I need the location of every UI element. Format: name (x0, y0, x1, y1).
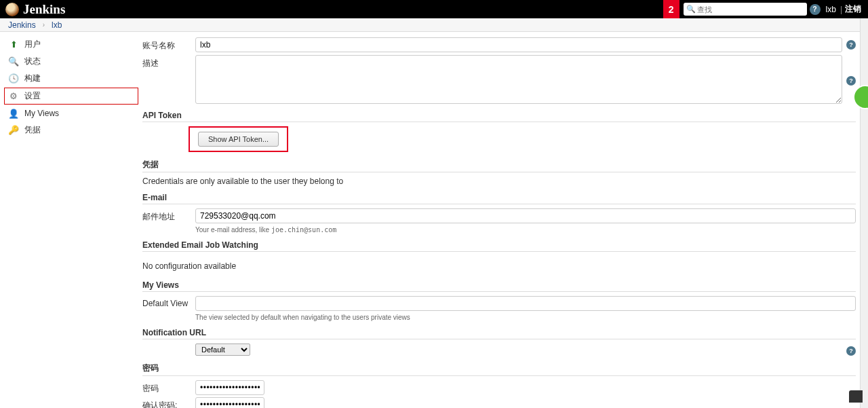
current-user-link[interactable]: lxb (826, 5, 836, 14)
account-name-input[interactable] (195, 37, 842, 52)
breadcrumb-user[interactable]: lxb (52, 20, 62, 30)
breadcrumb: Jenkins › lxb (0, 18, 868, 32)
credentials-note: Credentials are only available to the us… (142, 177, 856, 186)
breadcrumb-root[interactable]: Jenkins (8, 20, 36, 30)
extended-email-text: No configuration available (142, 261, 856, 271)
confirm-password-label: 确认密码: (142, 397, 195, 408)
credentials-heading: 凭据 (142, 159, 856, 172)
separator: | (840, 5, 842, 14)
sidebar-item-label: 用户 (24, 39, 41, 50)
sidebar-item-label: 构建 (24, 73, 41, 84)
sidebar-item-users[interactable]: ⬆ 用户 (0, 36, 142, 53)
account-name-label: 账号名称 (142, 37, 195, 52)
app-title: Jenkins (23, 2, 65, 17)
notification-url-select[interactable]: Default (195, 344, 250, 356)
api-token-heading: API Token (142, 111, 856, 122)
notification-badge[interactable]: 2 (663, 0, 679, 18)
sidebar-item-credentials[interactable]: 🔑 凭据 (0, 122, 142, 138)
sidebar-item-myviews[interactable]: 👤 My Views (0, 105, 142, 122)
sidebar-item-status[interactable]: 🔍 状态 (0, 53, 142, 70)
search-input[interactable] (697, 5, 804, 14)
default-view-hint: The view selected by default when naviga… (195, 314, 856, 321)
logout-link[interactable]: 注销 (845, 3, 861, 15)
description-label: 描述 (142, 55, 195, 69)
confirm-password-input[interactable] (195, 397, 264, 408)
extended-email-heading: Extended Email Job Watching (142, 240, 856, 252)
email-hint: Your e-mail address, like joe.chin@sun.c… (195, 226, 856, 234)
magnifier-icon: 🔍 (8, 56, 19, 67)
password-heading: 密码 (142, 363, 856, 376)
sidebar-item-configure[interactable]: ⚙ 设置 (4, 88, 138, 105)
sidebar-item-label: 状态 (24, 56, 41, 67)
password-label: 密码 (142, 380, 195, 394)
sidebar-item-label: 设置 (24, 90, 41, 102)
sidebar-item-label: 凭据 (24, 124, 41, 136)
main-content: 账号名称 ? 描述 ? API Token Show API Token... … (142, 32, 868, 408)
search-icon: 🔍 (686, 5, 696, 14)
sidebar: ⬆ 用户 🔍 状态 🕓 构建 ⚙ 设置 👤 My Views 🔑 凭据 (0, 32, 142, 408)
person-icon: 👤 (8, 108, 19, 119)
key-icon: 🔑 (8, 125, 19, 136)
email-address-label: 邮件地址 (142, 208, 195, 223)
description-textarea[interactable] (195, 55, 842, 104)
sidebar-item-label: My Views (24, 109, 59, 118)
search-box[interactable]: 🔍 (684, 3, 807, 16)
password-input[interactable] (195, 380, 264, 395)
scrollbar[interactable] (860, 18, 868, 408)
help-icon[interactable]: ? (846, 346, 856, 356)
jenkins-icon (5, 3, 19, 16)
default-view-input[interactable] (195, 296, 856, 311)
help-icon[interactable]: ? (846, 76, 856, 86)
sidebar-item-builds[interactable]: 🕓 构建 (0, 70, 142, 87)
api-token-highlight: Show API Token... (189, 126, 288, 152)
email-heading: E-mail (142, 193, 856, 204)
top-header: Jenkins 2 🔍 ? lxb | 注销 (0, 0, 868, 18)
help-icon[interactable]: ? (810, 4, 821, 15)
default-view-label: Default View (142, 296, 195, 308)
help-icon[interactable]: ? (846, 40, 856, 50)
gear-icon: ⚙ (8, 91, 19, 102)
notification-url-heading: Notification URL (142, 328, 856, 339)
user-icon: ⬆ (8, 39, 19, 50)
show-api-token-button[interactable]: Show API Token... (198, 132, 279, 147)
corner-widget[interactable] (849, 390, 863, 403)
my-views-heading: My Views (142, 280, 856, 292)
clock-icon: 🕓 (8, 73, 19, 84)
email-address-input[interactable] (195, 208, 856, 223)
jenkins-logo[interactable]: Jenkins (5, 2, 65, 17)
chevron-right-icon: › (43, 21, 45, 29)
